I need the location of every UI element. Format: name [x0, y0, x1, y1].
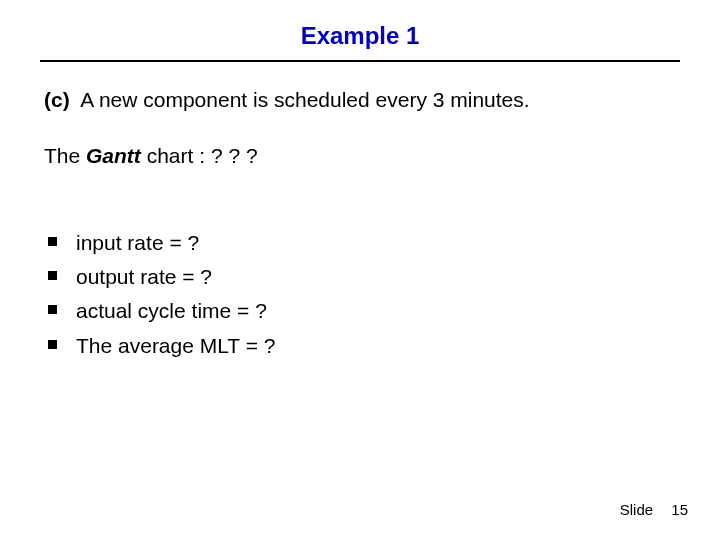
list-item: actual cycle time = ? [48, 297, 676, 325]
slide-title: Example 1 [0, 0, 720, 60]
square-bullet-icon [48, 305, 57, 314]
paragraph-c: (c) A new component is scheduled every 3… [44, 86, 676, 114]
gantt-prefix: The [44, 144, 86, 167]
para-c-text: A new component is scheduled every 3 min… [80, 88, 529, 111]
slide-number: 15 [671, 501, 688, 518]
gantt-emph: Gantt [86, 144, 141, 167]
bullet-text: actual cycle time = ? [76, 299, 267, 322]
square-bullet-icon [48, 340, 57, 349]
label-c: (c) [44, 88, 70, 111]
list-item: output rate = ? [48, 263, 676, 291]
list-item: input rate = ? [48, 229, 676, 257]
list-item: The average MLT = ? [48, 332, 676, 360]
square-bullet-icon [48, 271, 57, 280]
slide-body: (c) A new component is scheduled every 3… [0, 62, 720, 360]
bullet-text: input rate = ? [76, 231, 199, 254]
bullet-text: The average MLT = ? [76, 334, 275, 357]
slide: Example 1 (c) A new component is schedul… [0, 0, 720, 540]
slide-footer: Slide 15 [620, 501, 688, 518]
footer-label: Slide [620, 501, 653, 518]
square-bullet-icon [48, 237, 57, 246]
paragraph-gantt: The Gantt chart : ? ? ? [44, 142, 676, 170]
bullet-list: input rate = ? output rate = ? actual cy… [48, 229, 676, 360]
bullet-text: output rate = ? [76, 265, 212, 288]
gantt-suffix: chart : ? ? ? [141, 144, 258, 167]
